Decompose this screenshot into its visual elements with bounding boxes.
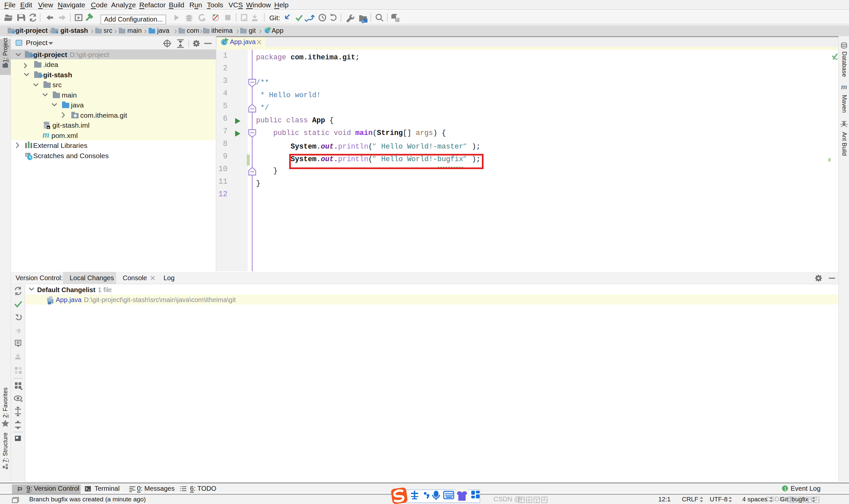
svg-text:Git:: Git: [269, 14, 280, 21]
svg-text:C: C [266, 29, 269, 34]
svg-text:Add Configuration...: Add Configuration... [104, 16, 163, 23]
svg-text:m: m [841, 82, 847, 91]
svg-text:1: 1 [784, 486, 787, 491]
